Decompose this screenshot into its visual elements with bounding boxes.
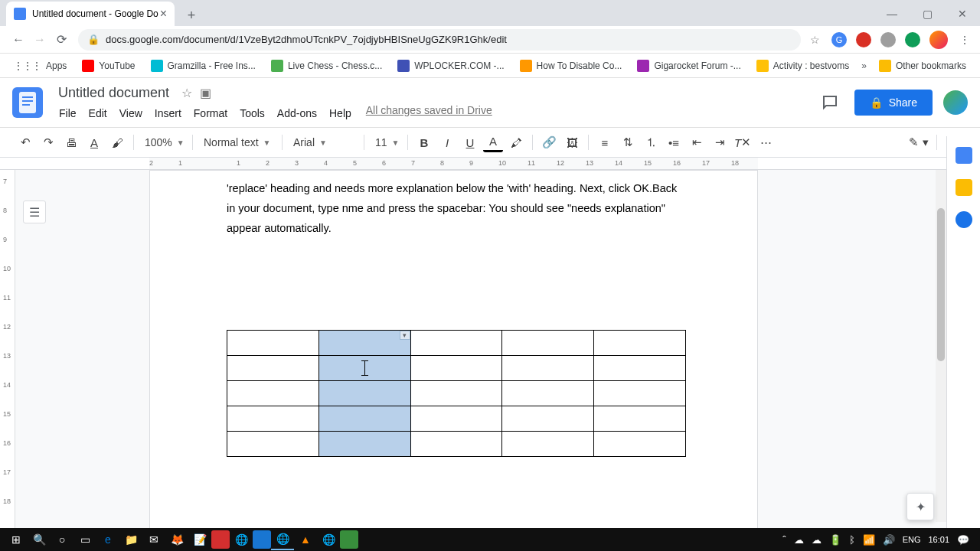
volume-icon[interactable]: 🔊 — [883, 534, 895, 546]
docs-home-button[interactable] — [12, 87, 43, 118]
new-tab-button[interactable]: + — [181, 5, 202, 26]
start-button[interactable]: ⊞ — [5, 529, 28, 550]
calendar-addon-icon[interactable] — [956, 147, 972, 164]
bookmark-item[interactable]: Live Chess - Chess.c... — [265, 57, 388, 75]
vertical-scrollbar[interactable] — [936, 170, 946, 522]
chrome-active-icon[interactable]: 🌐 — [271, 529, 294, 550]
table-cell[interactable] — [594, 432, 686, 457]
more-tools-button[interactable]: ⋯ — [756, 132, 776, 152]
star-icon[interactable]: ☆ — [181, 86, 192, 100]
app-icon[interactable]: 🌐 — [317, 529, 340, 550]
extension-icon-4[interactable] — [905, 32, 920, 47]
bookmark-item[interactable]: Activity : bestvoms — [750, 57, 855, 75]
extension-icon-2[interactable] — [856, 32, 871, 47]
explorer-icon[interactable]: 📁 — [119, 529, 142, 550]
document-title[interactable]: Untitled document — [54, 83, 174, 103]
chrome-icon[interactable]: 🌐 — [230, 529, 253, 550]
table-cell-selected[interactable] — [318, 356, 410, 381]
menu-edit[interactable]: Edit — [83, 104, 113, 122]
table-cell[interactable] — [502, 432, 594, 457]
table-cell[interactable] — [594, 356, 686, 381]
table-cell[interactable] — [502, 406, 594, 432]
table-cell[interactable] — [502, 331, 594, 356]
maximize-button[interactable]: ▢ — [910, 2, 945, 26]
body-paragraph[interactable]: 'replace' heading and needs more explana… — [227, 178, 681, 238]
close-window-button[interactable]: ✕ — [945, 2, 980, 26]
print-button[interactable]: 🖶 — [61, 132, 81, 152]
tray-overflow-icon[interactable]: ˆ — [782, 534, 786, 546]
menu-help[interactable]: Help — [324, 104, 357, 122]
line-spacing-button[interactable]: ⇅ — [618, 132, 638, 152]
table-cell[interactable] — [502, 381, 594, 406]
insert-link-button[interactable]: 🔗 — [539, 132, 559, 152]
table-cell[interactable] — [594, 406, 686, 432]
menu-format[interactable]: Format — [188, 104, 233, 122]
other-bookmarks[interactable]: Other bookmarks — [873, 57, 972, 75]
table-cell[interactable] — [410, 406, 502, 432]
table-cell[interactable] — [227, 331, 319, 356]
table-cell-selected[interactable]: ▾ — [318, 331, 410, 356]
keep-addon-icon[interactable] — [956, 179, 972, 196]
profile-avatar[interactable] — [929, 31, 948, 49]
tasks-addon-icon[interactable] — [956, 211, 972, 228]
menu-view[interactable]: View — [114, 104, 148, 122]
browser-tab[interactable]: Untitled document - Google Do × — [6, 2, 175, 26]
cortana-button[interactable]: ○ — [51, 529, 74, 550]
bookmark-item[interactable]: WPLOCKER.COM -... — [391, 57, 510, 75]
table-cell[interactable] — [227, 432, 319, 457]
paragraph-style-dropdown[interactable]: Normal text▼ — [199, 136, 276, 148]
bookmarks-overflow-icon[interactable]: » — [861, 60, 867, 71]
apps-shortcut[interactable]: ⋮⋮⋮ Apps — [8, 57, 73, 74]
forward-button[interactable]: → — [29, 29, 51, 51]
font-dropdown[interactable]: Arial▼ — [289, 136, 358, 148]
bold-button[interactable]: B — [414, 132, 434, 152]
reload-button[interactable]: ⟳ — [51, 29, 72, 51]
explore-button[interactable]: ✦ — [906, 493, 934, 520]
table-cell[interactable] — [410, 381, 502, 406]
bluetooth-icon[interactable]: ᛒ — [849, 534, 855, 546]
vlc-icon[interactable]: ▲ — [294, 529, 317, 550]
document-table[interactable]: ▾ — [227, 330, 686, 457]
insert-image-button[interactable]: 🖼 — [562, 132, 582, 152]
spellcheck-button[interactable]: A — [84, 132, 104, 152]
star-bookmark-icon[interactable]: ☆ — [807, 32, 822, 47]
table-cell[interactable] — [227, 406, 319, 432]
table-cell[interactable] — [227, 356, 319, 381]
extension-icon-1[interactable]: G — [831, 32, 847, 47]
weather-icon[interactable]: ☁ — [812, 534, 822, 546]
move-folder-icon[interactable]: ▣ — [200, 86, 211, 100]
vertical-ruler[interactable]: 789101112131415161718 — [0, 170, 15, 528]
mail-icon[interactable]: ✉ — [142, 529, 165, 550]
scrollbar-thumb[interactable] — [937, 208, 945, 361]
bookmark-item[interactable]: How To Disable Co... — [514, 57, 629, 75]
browser-menu-icon[interactable]: ⋮ — [957, 32, 972, 47]
table-cell-selected[interactable] — [318, 406, 410, 432]
share-button[interactable]: 🔒 Share — [854, 90, 933, 116]
table-cell-selected[interactable] — [318, 432, 410, 457]
table-cell[interactable] — [594, 331, 686, 356]
column-handle-icon[interactable]: ▾ — [400, 331, 410, 340]
table-cell[interactable] — [502, 356, 594, 381]
comments-button[interactable] — [816, 89, 844, 116]
minimize-button[interactable]: — — [874, 2, 910, 26]
task-view-button[interactable]: ▭ — [74, 529, 96, 550]
clock[interactable]: 16:01 — [928, 535, 949, 544]
text-color-button[interactable]: A — [483, 132, 503, 152]
underline-button[interactable]: U — [460, 132, 480, 152]
app-icon[interactable] — [211, 530, 230, 549]
table-cell[interactable] — [410, 432, 502, 457]
table-row[interactable] — [227, 356, 686, 381]
account-avatar[interactable] — [943, 90, 968, 115]
menu-tools[interactable]: Tools — [234, 104, 270, 122]
app-icon[interactable] — [253, 530, 271, 549]
notepad-icon[interactable]: 📝 — [188, 529, 211, 550]
save-status[interactable]: All changes saved in Drive — [366, 104, 492, 122]
table-row[interactable] — [227, 406, 686, 432]
outline-toggle-button[interactable]: ☰ — [23, 201, 46, 223]
table-row[interactable] — [227, 432, 686, 457]
table-cell[interactable] — [410, 331, 502, 356]
italic-button[interactable]: I — [437, 132, 457, 152]
horizontal-ruler[interactable]: 21123456789101112131415161718 — [0, 158, 980, 170]
decrease-indent-button[interactable]: ⇤ — [687, 132, 707, 152]
notifications-icon[interactable]: 💬 — [957, 534, 969, 546]
